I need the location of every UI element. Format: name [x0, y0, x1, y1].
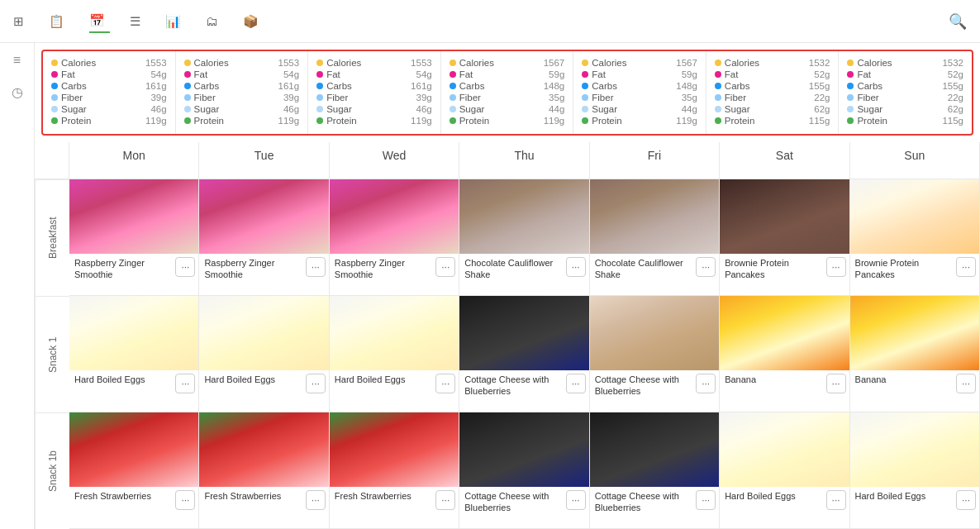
nav-programs[interactable]: 📊 — [165, 11, 186, 32]
meal-menu-button[interactable]: ··· — [826, 257, 846, 277]
menu-icon[interactable]: ≡ — [13, 53, 21, 68]
lightblue2-dot — [582, 106, 588, 112]
meal-menu-button[interactable]: ··· — [175, 490, 195, 510]
nutrient-label: Carbs — [61, 81, 142, 91]
meal-name: Raspberry Zinger Smoothie — [204, 257, 305, 281]
nutrition-cell-4: Calories 1567 Fat 59g Carbs 148g Fiber 3… — [573, 51, 706, 134]
nutrient-value: 54g — [150, 69, 166, 79]
nutrient-row: Fat 52g — [847, 69, 963, 79]
yellow-dot — [316, 60, 323, 66]
meal-name: Hard Boiled Eggs — [855, 490, 956, 502]
meal-menu-button[interactable]: ··· — [696, 257, 716, 277]
meal-menu-button[interactable]: ··· — [826, 490, 846, 510]
nutrient-label: Fat — [725, 69, 811, 79]
meal-menu-button[interactable]: ··· — [306, 257, 326, 277]
meal-menu-button[interactable]: ··· — [956, 257, 976, 277]
meal-menu-button[interactable]: ··· — [566, 257, 586, 277]
meal-image — [330, 296, 459, 370]
meal-menu-button[interactable]: ··· — [696, 490, 716, 510]
meal-menu-button[interactable]: ··· — [306, 374, 326, 393]
meal-menu-button[interactable]: ··· — [826, 374, 846, 393]
meal-menu-button[interactable]: ··· — [956, 490, 976, 510]
blue-dot — [51, 83, 58, 89]
nutrition-cell-6: Calories 1532 Fat 52g Carbs 155g Fiber 2… — [839, 51, 972, 134]
meal-image — [850, 179, 979, 254]
pink-dot — [184, 71, 191, 78]
yellow-dot — [582, 60, 588, 66]
programs-icon: 📊 — [165, 14, 181, 29]
meal-name: Fresh Strawberries — [335, 490, 435, 502]
nutrient-label: Protein — [459, 116, 540, 126]
nutrient-value: 119g — [145, 116, 167, 126]
meal-name: Chocolate Cauliflower Shake — [464, 257, 565, 281]
nutrition-cell-5: Calories 1532 Fat 52g Carbs 155g Fiber 2… — [706, 51, 840, 134]
meal-label-row: Raspberry Zinger Smoothie··· — [199, 254, 328, 285]
green-dot — [450, 117, 456, 124]
meal-cell: Fresh Strawberries··· — [330, 412, 459, 529]
nutrient-row: Sugar 62g — [715, 104, 830, 114]
nutrient-value: 62g — [814, 104, 830, 114]
search-button[interactable]: 🔍 — [949, 12, 967, 31]
meal-image — [330, 179, 459, 254]
nav-lists[interactable]: ☰ — [130, 11, 145, 32]
meal-menu-button[interactable]: ··· — [435, 257, 455, 277]
meal-label-row: Chocolate Cauliflower Shake··· — [459, 254, 588, 285]
chart-icon[interactable]: ◷ — [12, 84, 23, 100]
nutrient-value: 155g — [809, 81, 830, 91]
nutrient-value: 119g — [411, 116, 432, 126]
nutrient-value: 46g — [283, 104, 299, 114]
nutrient-label: Fat — [194, 69, 280, 79]
nutrient-label: Fiber — [459, 93, 545, 102]
nutrient-value: 1532 — [809, 58, 830, 68]
recipes-icon: 📋 — [49, 14, 64, 29]
meal-menu-button[interactable]: ··· — [566, 374, 586, 393]
meal-menu-button[interactable]: ··· — [175, 374, 195, 393]
meal-cell: Raspberry Zinger Smoothie··· — [199, 179, 329, 296]
nav-recipe-box[interactable]: 📦 — [243, 11, 264, 32]
nutrient-label: Calories — [459, 58, 540, 68]
collections-icon: 🗂 — [206, 14, 218, 28]
nutrient-label: Calories — [194, 58, 275, 68]
day-header-wed: Wed — [330, 142, 459, 179]
yellow-dot — [715, 60, 721, 66]
lightblue2-dot — [51, 106, 58, 112]
meal-cell: Cottage Cheese with Blueberries··· — [459, 296, 589, 412]
meal-menu-button[interactable]: ··· — [175, 257, 195, 277]
nutrient-value: 39g — [150, 93, 166, 102]
nutrient-row: Carbs 155g — [715, 81, 830, 91]
meal-menu-button[interactable]: ··· — [306, 490, 326, 510]
nav-recipes[interactable]: 📋 — [49, 11, 69, 32]
meal-menu-button[interactable]: ··· — [566, 490, 586, 510]
nutrition-cell-3: Calories 1567 Fat 59g Carbs 148g Fiber 3… — [441, 51, 574, 134]
nutrient-label: Sugar — [326, 104, 412, 114]
nutrient-row: Sugar 46g — [184, 104, 300, 114]
meal-menu-button[interactable]: ··· — [435, 490, 455, 510]
nutrient-value: 46g — [416, 104, 432, 114]
meal-cell: Banana··· — [720, 296, 849, 412]
nutrient-label: Protein — [194, 116, 275, 126]
meal-image — [459, 412, 588, 487]
meal-label-row: Hard Boiled Eggs··· — [69, 370, 198, 402]
meal-label-row: Brownie Protein Pancakes··· — [720, 254, 849, 285]
nutrient-value: 119g — [676, 116, 697, 126]
nutrient-row: Fiber 39g — [51, 93, 167, 102]
lightblue2-dot — [316, 106, 323, 112]
nutrient-value: 39g — [416, 93, 432, 102]
meal-image — [69, 412, 198, 487]
nutrient-label: Fat — [61, 69, 147, 79]
meal-menu-button[interactable]: ··· — [435, 374, 455, 393]
nutrient-label: Calories — [326, 58, 407, 68]
meal-menu-button[interactable]: ··· — [956, 374, 976, 393]
lightblue-dot — [582, 94, 588, 101]
nav-dashboard[interactable]: ⊞ — [13, 11, 29, 32]
nutrient-row: Sugar 44g — [582, 104, 697, 114]
nutrient-value: 44g — [549, 104, 564, 114]
nutrient-value: 62g — [948, 104, 963, 114]
nav-planner[interactable]: 📅 — [89, 10, 110, 33]
meal-cell: Chocolate Cauliflower Shake··· — [459, 179, 589, 296]
meal-menu-button[interactable]: ··· — [696, 374, 716, 393]
nutrient-row: Fat 54g — [184, 69, 300, 79]
nutrient-row: Carbs 148g — [450, 81, 565, 91]
nav-collections[interactable]: 🗂 — [206, 11, 223, 31]
nutrient-row: Calories 1553 — [184, 58, 300, 68]
